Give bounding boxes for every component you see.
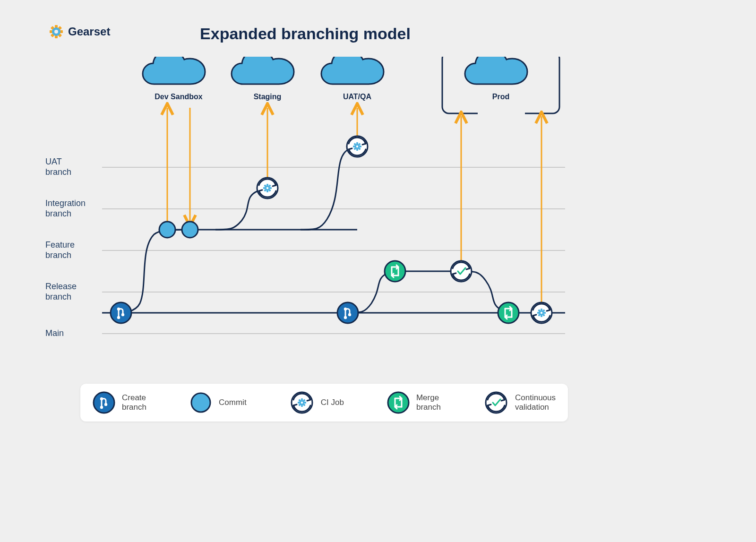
node-commit-1 [159, 222, 175, 238]
svg-point-44 [348, 313, 351, 316]
svg-point-37 [159, 222, 175, 238]
svg-point-33 [111, 302, 131, 323]
env-dev: Dev Sandbox [143, 57, 205, 101]
svg-point-35 [117, 308, 120, 310]
svg-point-65 [388, 392, 409, 413]
env-staging: Staging [232, 57, 294, 101]
legend-item-create: Create branch [93, 391, 146, 414]
commit-icon [189, 391, 212, 414]
legend-label: Merge branch [416, 393, 441, 412]
svg-point-43 [344, 308, 347, 310]
node-ci-main [531, 302, 552, 323]
svg-point-49 [94, 392, 114, 413]
node-commit-2 [182, 222, 198, 238]
svg-point-53 [191, 393, 210, 412]
legend-item-ci: CI Job [290, 390, 344, 415]
svg-point-36 [121, 313, 124, 316]
node-create-main-2 [337, 302, 358, 323]
svg-point-34 [117, 316, 120, 319]
legend-item-cv: Continuous validation [484, 390, 556, 415]
env-prod: Prod [442, 57, 559, 116]
legend-label: CI Job [321, 398, 344, 407]
svg-text:Prod: Prod [492, 93, 509, 101]
svg-point-38 [182, 222, 198, 238]
ci-job-icon [290, 390, 314, 415]
node-create-main [111, 302, 131, 323]
node-ci-integration [257, 178, 278, 198]
svg-text:Dev Sandbox: Dev Sandbox [155, 93, 202, 101]
svg-point-45 [385, 261, 405, 282]
legend-label: Create branch [122, 393, 146, 412]
svg-point-52 [104, 403, 107, 406]
lane-label-release: Release branch [45, 282, 102, 302]
svg-rect-56 [301, 405, 303, 407]
svg-rect-55 [301, 398, 303, 400]
continuous-validation-icon [484, 390, 508, 415]
svg-text:Staging: Staging [254, 93, 282, 101]
svg-point-66 [486, 392, 507, 413]
page-title: Expanded branching model [0, 25, 610, 43]
legend-label: Continuous validation [515, 393, 556, 412]
node-cv-release [451, 261, 472, 282]
node-merge-main [498, 302, 519, 323]
node-merge-release [385, 261, 405, 282]
merge-branch-icon [387, 391, 410, 414]
svg-rect-57 [298, 402, 300, 404]
lane-label-integration: Integration branch [45, 198, 102, 219]
env-uat: UAT/QA [321, 57, 384, 101]
flow-diagram: Dev Sandbox Staging UAT/QA Prod [102, 57, 565, 359]
node-ci-uat [347, 136, 368, 157]
svg-point-42 [344, 316, 347, 319]
lane-label-feature: Feature branch [45, 240, 102, 260]
svg-point-41 [337, 302, 358, 323]
legend-item-merge: Merge branch [387, 391, 441, 414]
lane-label-main: Main [45, 328, 102, 339]
svg-point-47 [498, 302, 519, 323]
legend: Create branch Commit [80, 384, 568, 422]
lane-label-uat: UAT branch [45, 157, 102, 177]
svg-rect-58 [304, 402, 306, 404]
legend-label: Commit [219, 398, 247, 407]
svg-point-46 [451, 261, 472, 282]
svg-point-50 [100, 406, 103, 409]
svg-text:UAT/QA: UAT/QA [343, 93, 372, 101]
svg-point-51 [100, 397, 103, 400]
svg-point-64 [301, 402, 303, 404]
create-branch-icon [93, 391, 115, 414]
legend-item-commit: Commit [189, 391, 247, 414]
